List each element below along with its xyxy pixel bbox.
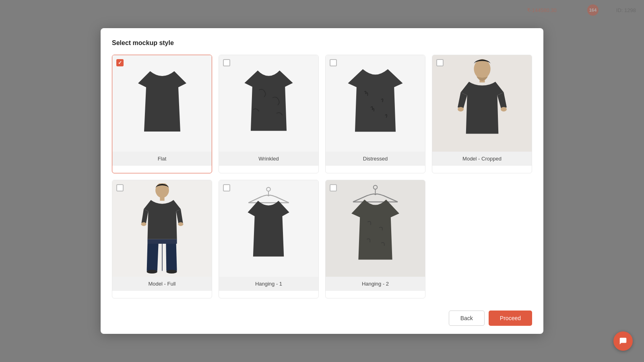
svg-point-6 [458, 107, 464, 111]
mockup-image-hanging-1 [219, 180, 318, 277]
checkbox-model-cropped[interactable] [436, 59, 444, 66]
mockup-grid: Flat Wrinkled [112, 55, 532, 298]
mockup-label-flat: Flat [112, 152, 212, 166]
svg-point-11 [178, 222, 183, 226]
mockup-label-hanging-2: Hanging - 2 [326, 277, 425, 291]
svg-point-4 [474, 59, 490, 78]
mockup-label-wrinkled: Wrinkled [219, 152, 318, 166]
mockup-image-wrinkled [219, 55, 318, 152]
svg-point-16 [266, 187, 270, 191]
mockup-label-hanging-1: Hanging - 1 [219, 277, 318, 291]
mockup-image-model-full [112, 180, 212, 277]
dialog-overlay: Select mockup style Flat [0, 0, 644, 362]
dialog-footer: Back Proceed [112, 306, 532, 326]
mockup-image-model-cropped [432, 55, 532, 152]
svg-point-14 [147, 269, 157, 273]
mockup-style-dialog: Select mockup style Flat [101, 28, 543, 334]
checkbox-flat[interactable] [116, 59, 124, 66]
svg-point-18 [374, 185, 378, 189]
mockup-image-distressed [326, 55, 425, 152]
svg-rect-9 [160, 196, 164, 200]
checkbox-model-full[interactable] [116, 184, 124, 191]
proceed-button[interactable]: Proceed [489, 311, 532, 326]
back-button[interactable]: Back [449, 311, 485, 326]
mockup-label-distressed: Distressed [326, 152, 425, 166]
chat-button[interactable] [613, 331, 633, 351]
svg-point-10 [141, 222, 146, 226]
svg-point-7 [500, 107, 506, 111]
mockup-label-model-full: Model - Full [112, 277, 212, 291]
dialog-title: Select mockup style [112, 39, 532, 47]
checkbox-distressed[interactable] [330, 59, 337, 66]
mockup-card-flat[interactable]: Flat [112, 55, 212, 173]
mockup-card-model-full[interactable]: Model - Full [112, 180, 212, 298]
mockup-label-model-cropped: Model - Cropped [432, 152, 532, 166]
svg-rect-12 [147, 239, 177, 243]
mockup-image-flat [112, 55, 212, 152]
mockup-image-hanging-2 [326, 180, 425, 277]
mockup-card-distressed[interactable]: Distressed [325, 55, 425, 173]
svg-point-15 [166, 269, 177, 273]
checkbox-hanging-1[interactable] [223, 184, 230, 191]
mockup-card-hanging-2[interactable]: Hanging - 2 [325, 180, 425, 298]
checkbox-hanging-2[interactable] [330, 184, 337, 191]
mockup-card-hanging-1[interactable]: Hanging - 1 [219, 180, 319, 298]
mockup-card-wrinkled[interactable]: Wrinkled [219, 55, 319, 173]
checkbox-wrinkled[interactable] [223, 59, 230, 66]
mockup-card-model-cropped[interactable]: Model - Cropped [432, 55, 532, 173]
